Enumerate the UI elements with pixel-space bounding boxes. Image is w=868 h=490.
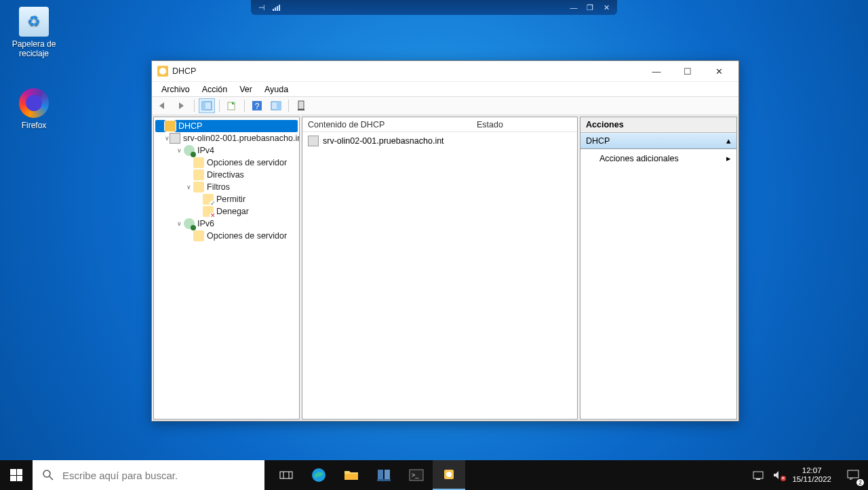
toolbar: ? bbox=[152, 96, 738, 115]
options-icon bbox=[193, 230, 204, 241]
view-icon bbox=[271, 101, 281, 110]
column-state[interactable]: Estado bbox=[477, 120, 572, 129]
tree-ipv4-filters[interactable]: ∨ Filtros bbox=[155, 181, 298, 193]
taskbar-search[interactable]: Escribe aquí para buscar. bbox=[33, 460, 264, 490]
svg-text:?: ? bbox=[255, 102, 260, 111]
toolbar-export-button[interactable] bbox=[224, 98, 240, 113]
svg-rect-23 bbox=[753, 472, 763, 478]
blank-twisty bbox=[155, 121, 165, 131]
svg-rect-18 bbox=[377, 479, 391, 481]
ipv4-icon bbox=[184, 145, 195, 156]
filters-icon bbox=[193, 182, 204, 192]
task-view-icon bbox=[279, 470, 293, 481]
svg-point-9 bbox=[43, 470, 50, 477]
taskbar-dhcp[interactable] bbox=[433, 460, 465, 490]
svg-rect-7 bbox=[298, 101, 304, 109]
dhcp-window: DHCP — ☐ ✕ Archivo Acción Ver Ayuda ? bbox=[151, 60, 739, 422]
tree-server[interactable]: ∨ srv-olin02-001.pruebasnacho.int bbox=[155, 132, 298, 144]
taskbar: Escribe aquí para buscar. >_ ✕ 12 bbox=[0, 460, 868, 490]
collapse-icon[interactable]: ∨ bbox=[165, 134, 170, 143]
svg-line-10 bbox=[50, 476, 53, 480]
tree-ipv4[interactable]: ∨ IPv4 bbox=[155, 144, 298, 157]
window-close-button[interactable]: ✕ bbox=[703, 61, 734, 81]
tree-ipv6[interactable]: ∨ IPv6 bbox=[155, 218, 298, 230]
dhcp-app-icon bbox=[157, 66, 168, 77]
tree-panel: DHCP ∨ srv-olin02-001.pruebasnacho.int ∨… bbox=[153, 117, 300, 420]
tree-ipv4-options[interactable]: Opciones de servidor bbox=[155, 157, 298, 169]
remote-close-button[interactable]: ✕ bbox=[601, 3, 612, 12]
nav-back-button[interactable] bbox=[155, 98, 171, 113]
svg-text:>_: >_ bbox=[412, 472, 419, 478]
tray-network-icon[interactable] bbox=[753, 470, 765, 480]
actions-panel: Acciones DHCP ▴ Acciones adicionales ▸ bbox=[580, 117, 737, 420]
tree-ipv4-policies[interactable]: Directivas bbox=[155, 169, 298, 181]
svg-rect-11 bbox=[280, 472, 292, 478]
list-item[interactable]: srv-olin02-001.pruebasnacho.int bbox=[308, 135, 572, 147]
task-view-button[interactable] bbox=[270, 460, 302, 490]
clock-date: 15/11/2022 bbox=[792, 475, 831, 484]
collapse-icon[interactable]: ∨ bbox=[174, 146, 184, 155]
window-max-button[interactable]: ☐ bbox=[672, 61, 703, 81]
server-manager-icon bbox=[376, 468, 391, 482]
server-node-icon bbox=[170, 133, 180, 144]
titlebar[interactable]: DHCP — ☐ ✕ bbox=[152, 61, 738, 81]
tray-clock[interactable]: 12:07 15/11/2022 bbox=[792, 466, 831, 483]
start-button[interactable] bbox=[0, 460, 33, 490]
tray-volume-icon[interactable]: ✕ bbox=[773, 470, 784, 480]
window-title: DHCP bbox=[172, 66, 196, 76]
edge-icon bbox=[311, 468, 326, 483]
notifications-button[interactable]: 2 bbox=[838, 460, 868, 490]
svg-point-22 bbox=[446, 472, 452, 477]
taskbar-explorer[interactable] bbox=[335, 460, 368, 490]
menu-accion[interactable]: Acción bbox=[197, 83, 233, 96]
tree-filter-allow[interactable]: Permitir bbox=[155, 193, 298, 205]
remote-session-bar: ⊣ — ❐ ✕ bbox=[251, 0, 617, 15]
panel-icon bbox=[201, 101, 212, 110]
toolbar-help-button[interactable]: ? bbox=[249, 98, 265, 113]
pin-icon[interactable]: ⊣ bbox=[256, 3, 267, 12]
options-icon bbox=[193, 157, 204, 168]
collapse-icon: ▴ bbox=[726, 136, 731, 146]
firefox-shortcut[interactable]: Firefox bbox=[7, 88, 61, 130]
menu-ver[interactable]: Ver bbox=[234, 83, 258, 96]
terminal-icon: >_ bbox=[409, 469, 424, 481]
actions-group-dhcp[interactable]: DHCP ▴ bbox=[580, 133, 736, 149]
clock-time: 12:07 bbox=[792, 466, 831, 475]
taskbar-edge[interactable] bbox=[302, 460, 335, 490]
notification-badge: 2 bbox=[856, 479, 864, 486]
menu-archivo[interactable]: Archivo bbox=[156, 83, 195, 96]
taskbar-server-manager[interactable] bbox=[368, 460, 400, 490]
nav-forward-button[interactable] bbox=[174, 98, 190, 113]
svg-rect-17 bbox=[384, 470, 390, 479]
dhcp-icon bbox=[165, 121, 176, 131]
collapse-icon[interactable]: ∨ bbox=[174, 219, 184, 228]
svg-rect-15 bbox=[344, 474, 358, 480]
allow-icon bbox=[203, 194, 214, 205]
recycle-bin-label: Papelera de reciclaje bbox=[7, 39, 61, 58]
toolbar-manage-button[interactable] bbox=[293, 98, 309, 113]
remote-min-button[interactable]: — bbox=[568, 3, 579, 12]
arrow-left-icon bbox=[157, 102, 168, 110]
tree-ipv6-options[interactable]: Opciones de servidor bbox=[155, 230, 298, 242]
window-min-button[interactable]: — bbox=[641, 61, 672, 81]
menu-ayuda[interactable]: Ayuda bbox=[259, 83, 294, 96]
dhcp-taskbar-icon bbox=[442, 468, 456, 481]
actions-more[interactable]: Acciones adicionales ▸ bbox=[580, 149, 736, 167]
system-tray: ✕ 12:07 15/11/2022 bbox=[746, 466, 838, 483]
search-placeholder: Escribe aquí para buscar. bbox=[62, 470, 178, 481]
remote-max-button[interactable]: ❐ bbox=[585, 3, 595, 12]
firefox-label: Firefox bbox=[7, 121, 61, 130]
column-content[interactable]: Contenido de DHCP bbox=[308, 120, 477, 129]
svg-rect-25 bbox=[848, 470, 859, 478]
collapse-icon[interactable]: ∨ bbox=[184, 182, 193, 192]
toolbar-view-button[interactable] bbox=[268, 98, 284, 113]
taskbar-cmd[interactable]: >_ bbox=[400, 460, 433, 490]
toolbar-showhide-button[interactable] bbox=[199, 98, 215, 113]
windows-logo-icon bbox=[10, 469, 22, 481]
recycle-bin[interactable]: Papelera de reciclaje bbox=[7, 7, 61, 58]
tree-root-dhcp[interactable]: DHCP bbox=[155, 120, 298, 132]
tree-filter-deny[interactable]: Denegar bbox=[155, 205, 298, 218]
content-panel: Contenido de DHCP Estado srv-olin02-001.… bbox=[302, 117, 578, 420]
svg-rect-24 bbox=[756, 478, 760, 480]
deny-icon bbox=[203, 206, 214, 217]
